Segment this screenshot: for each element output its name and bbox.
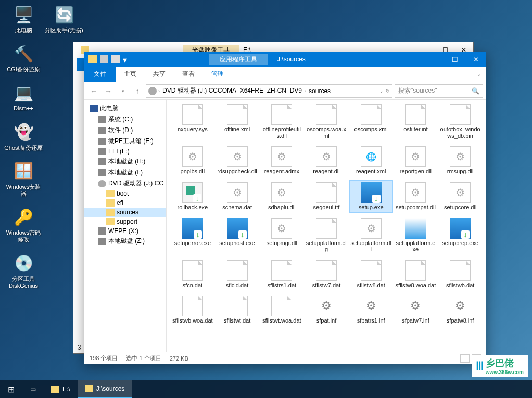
ribbon-manage[interactable]: 管理 — [203, 67, 232, 82]
file-item[interactable]: setuperror.exe — [171, 216, 214, 255]
file-item[interactable]: sflistw7.dat — [305, 258, 348, 291]
desktop-icon-dism[interactable]: 💻Dism++ — [4, 82, 43, 112]
chevron-right-icon[interactable]: › — [158, 88, 160, 94]
tree-node[interactable]: boot — [84, 189, 166, 198]
file-item[interactable]: setupplatform.exe — [394, 216, 438, 255]
tree-node[interactable]: EFI (F:) — [84, 147, 166, 156]
file-item[interactable]: setupcompat.dll — [394, 180, 438, 213]
file-item[interactable]: sfpatw7.inf — [394, 293, 438, 326]
tree-node[interactable]: 此电脑 — [84, 103, 166, 114]
file-item[interactable]: nxquery.sys — [171, 102, 214, 141]
history-dropdown-icon[interactable]: ⌄ — [379, 88, 384, 94]
file-item[interactable]: reagent.admx — [260, 144, 303, 177]
file-item[interactable]: sflistwt.dat — [216, 293, 259, 326]
titlebar-front[interactable]: ▾ 应用程序工具 J:\sources — ☐ ✕ — [84, 52, 486, 67]
close-button[interactable]: ✕ — [465, 52, 486, 67]
crumb-drive[interactable]: DVD 驱动器 (J:) CCCOMA_X64FRE_ZH-CN_DV9 — [161, 86, 303, 95]
file-item[interactable]: setupcore.dll — [438, 180, 482, 213]
file-item[interactable]: setuphost.exe — [216, 216, 259, 255]
tree-node[interactable]: WEPE (X:) — [84, 226, 166, 236]
tools-tab-front[interactable]: 应用程序工具 — [209, 54, 268, 65]
tree-node[interactable]: efi — [84, 198, 166, 208]
ribbon-expand-icon[interactable]: ⌄ — [472, 71, 486, 77]
file-item[interactable]: sdbapiu.dll — [260, 180, 303, 213]
file-item[interactable]: sflistw8.dat — [349, 258, 393, 291]
ribbon-home[interactable]: 主页 — [116, 67, 145, 82]
file-item[interactable]: sflistwb.woa.dat — [171, 293, 214, 326]
tree-node[interactable]: sources — [84, 208, 166, 217]
breadcrumb[interactable]: › DVD 驱动器 (J:) CCCOMA_X64FRE_ZH-CN_DV9 ›… — [146, 84, 392, 98]
ribbon-file[interactable]: 文件 — [84, 67, 116, 82]
tree-node[interactable]: 微PE工具箱 (E:) — [84, 136, 166, 147]
desktop-icon-this-pc[interactable]: 🖥️此电脑 — [4, 4, 43, 34]
file-item[interactable]: sflcid.dat — [216, 258, 259, 291]
tree-node[interactable]: 本地磁盘 (H:) — [84, 156, 166, 167]
file-item[interactable]: schema.dat — [216, 180, 259, 213]
file-item[interactable]: rdsupgcheck.dll — [216, 144, 259, 177]
file-item[interactable]: segoeui.ttf — [305, 180, 348, 213]
file-item[interactable]: sfpat.inf — [305, 293, 348, 326]
file-item[interactable]: setupplatform.dll — [349, 216, 393, 255]
tree-node[interactable]: 软件 (D:) — [84, 125, 166, 136]
file-item[interactable]: sfpatw8.inf — [438, 293, 482, 326]
file-item[interactable]: oscomps.woa.xml — [305, 102, 348, 141]
file-item[interactable]: offline.xml — [216, 102, 259, 141]
tree-node[interactable]: DVD 驱动器 (J:) CC — [84, 178, 166, 189]
file-item[interactable]: sfcn.dat — [171, 258, 214, 291]
file-item[interactable]: setup.exe — [349, 180, 393, 213]
desktop-icon-partition-assistant[interactable]: 🔄分区助手(无损) — [45, 4, 83, 34]
qat-dropdown-icon[interactable]: ▾ — [123, 55, 127, 63]
file-item[interactable]: reagent.xml — [349, 144, 393, 177]
task-view-button[interactable]: ▭ — [22, 380, 44, 398]
crumb-folder[interactable]: sources — [308, 87, 332, 95]
refresh-icon[interactable]: ↻ — [386, 88, 390, 94]
file-item[interactable]: pnpibs.dll — [171, 144, 214, 177]
start-button[interactable]: ⊞ — [0, 380, 22, 398]
desktop-icon-ghost[interactable]: 👻Ghost备份还原 — [4, 122, 43, 151]
file-item[interactable]: setupmgr.dll — [260, 216, 303, 255]
search-input[interactable]: 搜索"sources" 🔍 — [395, 84, 483, 98]
file-item[interactable]: rollback.exe — [171, 180, 214, 213]
ribbon-view[interactable]: 查看 — [174, 67, 203, 82]
tree-label: EFI (F:) — [108, 148, 130, 155]
file-item[interactable]: offlineprofileutils.dll — [260, 102, 303, 141]
up-button[interactable]: ↑ — [131, 85, 144, 97]
tree-node[interactable]: support — [84, 217, 166, 226]
recent-dropdown-icon[interactable]: ▾ — [117, 85, 129, 97]
desktop-icon-diskgenius[interactable]: 💿分区工具DiskGenius — [4, 253, 43, 289]
forward-button[interactable]: → — [102, 85, 115, 97]
selected-count: 选中 1 个项目 — [126, 354, 161, 362]
file-item[interactable]: sflistwt.woa.dat — [260, 293, 303, 326]
file-item[interactable]: reagent.dll — [305, 144, 348, 177]
file-item[interactable]: osfilter.inf — [394, 102, 438, 141]
minimize-button[interactable]: — — [424, 52, 445, 67]
file-pane[interactable]: nxquery.sysoffline.xmlofflineprofileutil… — [167, 100, 486, 352]
file-icon — [227, 104, 248, 125]
desktop-icon-cgi-backup[interactable]: 🔨CGI备份还原 — [4, 43, 43, 73]
tree-node[interactable]: 系统 (C:) — [84, 114, 166, 125]
qat-icon[interactable] — [111, 55, 120, 63]
chevron-right-icon[interactable]: › — [305, 88, 306, 94]
desktop-icon-win-installer[interactable]: 🪟Windows安装器 — [4, 161, 43, 197]
file-item[interactable]: oscomps.xml — [349, 102, 393, 141]
file-icon — [316, 182, 337, 203]
file-item[interactable]: outofbox_windows_db.bin — [438, 102, 482, 141]
maximize-button[interactable]: ☐ — [445, 52, 465, 67]
file-item[interactable]: reportgen.dll — [394, 144, 438, 177]
taskbar-item[interactable]: E:\ — [44, 380, 78, 398]
back-button[interactable]: ← — [87, 85, 100, 97]
desktop-icon-win-password[interactable]: 🔑Windows密码修改 — [4, 207, 43, 243]
qat-icon[interactable] — [100, 55, 108, 63]
file-item[interactable]: sfpatrs1.inf — [349, 293, 393, 326]
view-details-button[interactable] — [460, 354, 470, 363]
file-item[interactable]: sflistw8.woa.dat — [394, 258, 438, 291]
file-item[interactable]: setupprep.exe — [438, 216, 482, 255]
file-item[interactable]: rmsupg.dll — [438, 144, 482, 177]
file-item[interactable]: sflistrs1.dat — [260, 258, 303, 291]
ribbon-share[interactable]: 共享 — [145, 67, 174, 82]
tree-node[interactable]: 本地磁盘 (I:) — [84, 167, 166, 178]
taskbar-item[interactable]: J:\sources — [78, 380, 132, 398]
file-item[interactable]: setupplatform.cfg — [305, 216, 348, 255]
tree-node[interactable]: 本地磁盘 (Z:) — [84, 236, 166, 247]
file-item[interactable]: sflistwb.dat — [438, 258, 482, 291]
